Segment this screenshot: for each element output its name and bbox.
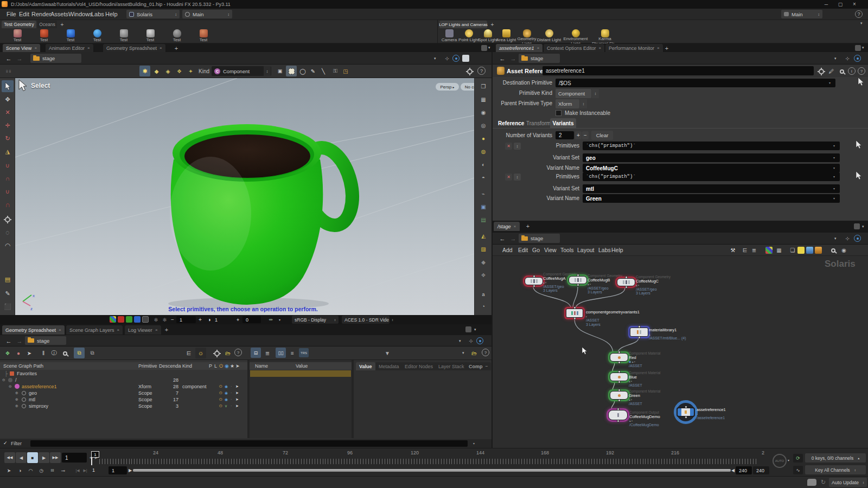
snowflake1-icon[interactable]: ✻: [152, 316, 159, 323]
tool-snap-big-icon[interactable]: ∩: [2, 198, 14, 210]
param-path-dd-icon[interactable]: ▾: [834, 56, 837, 61]
tlb-clock-icon[interactable]: ◷: [37, 466, 46, 475]
tl-prev-button[interactable]: ◀: [16, 452, 27, 463]
net-box-icon[interactable]: [815, 247, 822, 254]
node-assetreference[interactable]: [676, 407, 695, 417]
insp-tab-value[interactable]: Value: [356, 362, 375, 370]
spt-view-cols-icon[interactable]: ▯▯: [276, 348, 286, 358]
make-instanceable-checkbox[interactable]: [556, 110, 561, 116]
tool-snap-grid-icon[interactable]: ∪: [2, 159, 14, 171]
swatch-green-icon[interactable]: [126, 316, 132, 323]
filter-check-icon[interactable]: ✓: [3, 440, 8, 446]
desktop-right-selector[interactable]: Main ↕: [781, 10, 822, 18]
shelf-tool-testgeo-3[interactable]: Test Geometry:...: [59, 29, 82, 43]
nv-selected-row[interactable]: [250, 370, 351, 377]
v1-delete-button[interactable]: ✕: [505, 143, 512, 150]
tlb-start-field[interactable]: 1: [108, 466, 127, 474]
v1-prim-dd[interactable]: ▾: [833, 144, 835, 147]
parent-type-dropdown[interactable]: Xform: [556, 99, 579, 108]
insp-tab-editor-nodes[interactable]: Editor Nodes: [401, 362, 436, 370]
select-mode-all-icon[interactable]: ✱: [139, 66, 150, 76]
vr-img-icon[interactable]: ▣: [478, 202, 488, 211]
spt-ghost-icon[interactable]: ●: [14, 349, 23, 357]
network-path-breadcrumb[interactable]: stage: [519, 234, 560, 243]
vr-a-icon[interactable]: a: [478, 290, 488, 299]
spt-arrow-icon[interactable]: ➤: [25, 349, 34, 357]
net-tree-icon[interactable]: ⋿: [741, 246, 749, 254]
vr-tri-icon[interactable]: ◭: [478, 231, 488, 241]
v1-set-field[interactable]: geo: [583, 153, 840, 162]
network-tab-stage[interactable]: /stage×: [494, 222, 520, 231]
tool-select-icon[interactable]: [2, 80, 14, 92]
shelf-tool-karma-sky[interactable]: Karma Physical Sk...: [591, 29, 618, 43]
param-gear-icon[interactable]: [817, 67, 825, 75]
dest-prim-dd-icon[interactable]: ▾: [829, 81, 831, 85]
net-menu-labs[interactable]: Labs: [598, 247, 611, 253]
vr-yellowbox-icon[interactable]: ▨: [478, 244, 488, 254]
pane-tab-animation-editor[interactable]: Animation Editor×: [46, 44, 93, 52]
vr-dark2-icon[interactable]: ❖: [478, 270, 488, 280]
tlb-right-handle[interactable]: ◀: [731, 466, 735, 474]
maximize-button[interactable]: ▢: [834, 0, 846, 8]
v2-prim-pick-icon[interactable]: [855, 171, 863, 181]
swatch-red-icon[interactable]: [118, 316, 124, 323]
tree-row-favorites[interactable]: ├ Favorites: [0, 370, 247, 377]
menu-help[interactable]: Help: [105, 11, 118, 17]
tlb-left-handle[interactable]: ▶: [128, 466, 132, 474]
shelf-tool-testgeo-8[interactable]: Test Geometry:...: [192, 29, 215, 43]
pane-tab-assetreference1[interactable]: assetreference1×: [496, 44, 542, 52]
menu-edit[interactable]: Edit: [19, 11, 29, 17]
shelf-tool-testgeo-6[interactable]: Test Geometry:...: [138, 29, 162, 43]
net-menu-tools[interactable]: Tools: [560, 247, 574, 253]
network-back-icon[interactable]: ←: [498, 235, 507, 242]
network-fwd-icon[interactable]: →: [509, 235, 518, 242]
tool-snap-edge-icon[interactable]: ∪: [2, 185, 14, 197]
vr-shade-icon[interactable]: ◐: [478, 159, 488, 169]
tool-dome-icon[interactable]: ◠: [2, 240, 14, 252]
shelf-tab-lop-lights[interactable]: LOP Lights and Cameras: [439, 21, 487, 28]
pane-tab-context-options[interactable]: Context Options Editor×: [544, 44, 604, 52]
node-materiallibrary[interactable]: [628, 326, 650, 338]
node-name-field[interactable]: assetreference1: [542, 66, 814, 75]
tlb-end-field2[interactable]: 240: [753, 466, 769, 474]
spt-dd2-icon[interactable]: ▾: [462, 351, 464, 355]
shelf-tool-testgeo-7[interactable]: Test Geometry:...: [165, 29, 189, 43]
sp-target-icon[interactable]: [476, 337, 483, 344]
pin-icon[interactable]: ⊹: [444, 55, 450, 62]
spt-funnel-icon[interactable]: ▼: [383, 349, 392, 357]
swatch-color-icon[interactable]: [110, 316, 116, 323]
spt-cam2-icon[interactable]: 🗁: [470, 349, 478, 357]
tl-stop-button[interactable]: ■: [27, 452, 38, 463]
tlb-wave-icon[interactable]: ∿: [793, 466, 803, 474]
tree-row-assetreference1[interactable]: ⊖ assetreference1 Xform 28 component ⏻ ◉…: [0, 383, 247, 390]
tool-gears-icon[interactable]: [2, 214, 14, 226]
parent-type-dd-arrows[interactable]: ↕: [580, 99, 587, 108]
param-path-breadcrumb[interactable]: stage: [519, 54, 560, 63]
node-blue[interactable]: [608, 371, 630, 383]
swatch-solo-icon[interactable]: [142, 316, 149, 323]
tl-rewind-button[interactable]: ◀◀: [4, 452, 15, 463]
param-target-icon[interactable]: [854, 55, 861, 62]
tlb-next-icon[interactable]: ▶|: [82, 467, 88, 474]
v1-name-dd[interactable]: ▾: [833, 166, 835, 170]
exposure-plus-icon[interactable]: +: [197, 316, 203, 323]
pane-add-tab-button[interactable]: +: [173, 44, 180, 52]
tool-rotate-icon[interactable]: ↻: [2, 132, 14, 144]
spt-node-icon[interactable]: ❖: [3, 349, 12, 357]
shelf-tab-oceans[interactable]: Oceans: [37, 21, 57, 28]
net-list-icon[interactable]: ≣: [750, 246, 758, 254]
tool-notes-icon[interactable]: ✎: [2, 287, 14, 299]
kind-dropdown-arrows[interactable]: ↕: [264, 66, 271, 76]
menu-file[interactable]: File: [7, 11, 16, 17]
persp-button[interactable]: Persp▸: [436, 83, 459, 91]
node-green[interactable]: [608, 389, 630, 401]
spt-chain-icon[interactable]: ⧉: [88, 349, 97, 357]
tool-circle-icon[interactable]: ◌: [2, 227, 14, 239]
tlb-dot-icon[interactable]: ⊸: [59, 466, 68, 475]
node-coffeemuga[interactable]: [523, 275, 545, 287]
gamma-field[interactable]: 0: [242, 316, 261, 323]
tlb-pivot-icon[interactable]: ◑: [15, 466, 24, 475]
toolbar-grip-icon[interactable]: ⠿⠿: [4, 68, 13, 74]
net-menu-view[interactable]: View: [544, 247, 557, 253]
net-menu-layout[interactable]: Layout: [577, 247, 595, 253]
